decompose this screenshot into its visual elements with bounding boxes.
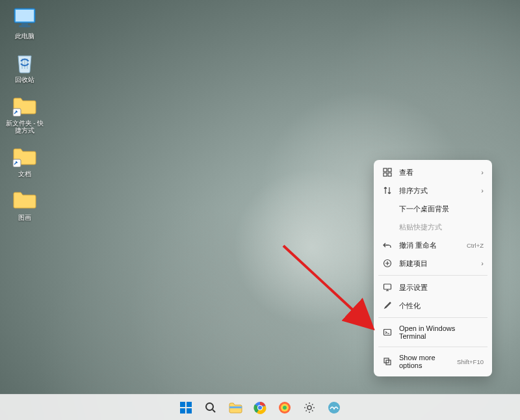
desktop-icon-this-pc[interactable]: 此电脑 xyxy=(5,5,44,40)
svg-rect-11 xyxy=(384,284,391,289)
desktop-icon-label: 此电脑 xyxy=(15,33,34,40)
display-icon xyxy=(382,282,393,293)
personalize-icon xyxy=(382,300,393,311)
desktop[interactable]: 此电脑 回收站 新文件夹 - 快捷方式 xyxy=(0,0,520,420)
menu-label: 撤消 重命名 xyxy=(399,241,460,250)
menu-item-personalize[interactable]: 个性化 xyxy=(377,296,489,315)
svg-point-28 xyxy=(307,406,311,410)
svg-rect-2 xyxy=(21,23,28,25)
sort-icon xyxy=(382,185,393,196)
menu-label: 排序方式 xyxy=(399,186,474,196)
grid-icon xyxy=(382,167,393,177)
svg-rect-3 xyxy=(19,25,31,27)
menu-label: 下一个桌面背景 xyxy=(399,204,484,214)
desktop-icon-label: 文档 xyxy=(18,170,31,177)
desktop-icon-label: 图画 xyxy=(18,214,31,221)
menu-item-new[interactable]: 新建项目 › xyxy=(377,254,489,272)
menu-item-view[interactable]: 查看 › xyxy=(377,163,489,181)
menu-item-terminal[interactable]: Open in Windows Terminal xyxy=(377,321,489,344)
taskbar-chrome-button[interactable] xyxy=(250,397,270,418)
blank-icon xyxy=(382,222,393,232)
menu-shortcut: Shift+F10 xyxy=(457,358,484,365)
svg-rect-18 xyxy=(180,408,185,413)
desktop-icon-recycle-bin[interactable]: 回收站 xyxy=(5,49,44,83)
svg-rect-1 xyxy=(16,10,34,21)
desktop-icons-column: 此电脑 回收站 新文件夹 - 快捷方式 xyxy=(5,5,44,221)
menu-label: 查看 xyxy=(399,168,474,177)
menu-shortcut: Ctrl+Z xyxy=(467,242,484,249)
folder-shortcut-icon xyxy=(12,92,38,118)
taskbar-start-button[interactable] xyxy=(176,397,196,418)
svg-rect-16 xyxy=(180,402,185,407)
svg-rect-6 xyxy=(384,168,387,172)
svg-rect-8 xyxy=(384,173,387,176)
svg-rect-19 xyxy=(187,408,192,413)
svg-point-29 xyxy=(328,402,340,413)
desktop-icon-folder-pics[interactable]: 图画 xyxy=(5,187,44,221)
chevron-right-icon: › xyxy=(481,187,484,194)
menu-item-display-settings[interactable]: 显示设置 xyxy=(377,278,489,296)
desktop-context-menu: 查看 › 排序方式 › 下一个桌面背景 粘贴快捷方式 xyxy=(374,160,492,376)
svg-rect-7 xyxy=(388,168,391,172)
svg-point-27 xyxy=(283,406,287,410)
taskbar xyxy=(0,394,520,420)
desktop-icon-label: 回收站 xyxy=(15,76,34,83)
menu-label: 粘贴快捷方式 xyxy=(399,222,484,232)
menu-item-show-more-options[interactable]: Show more options Shift+F10 xyxy=(377,350,489,373)
folder-icon xyxy=(12,187,38,213)
svg-point-24 xyxy=(258,406,262,410)
chevron-right-icon: › xyxy=(481,168,484,176)
taskbar-browser2-button[interactable] xyxy=(274,397,295,418)
menu-label: 个性化 xyxy=(399,301,484,311)
taskbar-explorer-button[interactable] xyxy=(225,397,246,418)
desktop-icon-folder-shortcut[interactable]: 新文件夹 - 快捷方式 xyxy=(5,92,44,134)
menu-label: Show more options xyxy=(399,354,450,369)
undo-icon xyxy=(382,240,393,250)
chevron-right-icon: › xyxy=(481,259,484,267)
menu-separator xyxy=(378,317,488,318)
svg-point-20 xyxy=(206,403,213,410)
desktop-icon-label: 新文件夹 - 快捷方式 xyxy=(5,120,44,134)
menu-item-undo[interactable]: 撤消 重命名 Ctrl+Z xyxy=(377,236,489,254)
svg-rect-21 xyxy=(229,406,242,408)
menu-item-next-background[interactable]: 下一个桌面背景 xyxy=(377,200,489,218)
menu-separator xyxy=(378,347,488,347)
menu-label: 显示设置 xyxy=(399,283,484,293)
svg-rect-9 xyxy=(388,173,391,176)
more-options-icon xyxy=(382,356,393,367)
folder-icon xyxy=(12,143,38,169)
menu-item-sort[interactable]: 排序方式 › xyxy=(377,181,489,200)
svg-rect-17 xyxy=(187,402,192,407)
taskbar-app-button[interactable] xyxy=(324,397,344,418)
menu-label: Open in Windows Terminal xyxy=(399,324,484,340)
menu-separator xyxy=(378,275,488,276)
taskbar-settings-button[interactable] xyxy=(299,397,320,418)
new-icon xyxy=(382,258,393,269)
desktop-icon-folder-docs[interactable]: 文档 xyxy=(5,143,44,177)
menu-item-paste-shortcut: 粘贴快捷方式 xyxy=(377,218,489,236)
svg-rect-12 xyxy=(384,330,391,335)
menu-label: 新建项目 xyxy=(399,259,474,269)
blank-icon xyxy=(382,203,393,214)
taskbar-search-button[interactable] xyxy=(200,397,221,418)
this-pc-icon xyxy=(12,5,38,31)
recycle-bin-icon xyxy=(12,49,38,75)
terminal-icon xyxy=(382,327,393,337)
